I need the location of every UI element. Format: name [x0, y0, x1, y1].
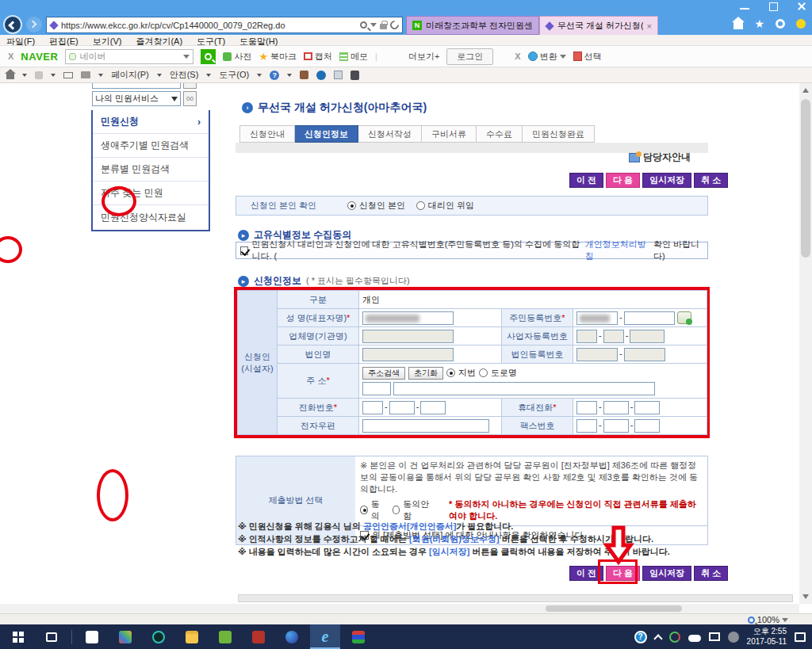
addr-reset-button[interactable]: 초기화 [408, 367, 443, 380]
zoom-control[interactable]: 100% [748, 615, 788, 624]
tab-applicant-info[interactable]: 신청인정보 [295, 125, 358, 143]
addr-search-button[interactable]: 주소검색 [362, 367, 405, 380]
refresh-icon[interactable] [389, 19, 401, 32]
corp-input[interactable] [362, 348, 454, 361]
sidebar-item-minwon-apply[interactable]: 민원신청 › [93, 110, 209, 134]
tab-form-write[interactable]: 신청서작성 [358, 125, 422, 143]
menu-edit[interactable]: 편집(E) [49, 36, 79, 45]
address-input[interactable] [393, 382, 655, 395]
tab-required-docs[interactable]: 구비서류 [422, 125, 477, 143]
manager-guide-link[interactable]: 담당자안내 [629, 151, 691, 164]
tools-menu[interactable]: 도구(O) [219, 69, 249, 81]
sidebar-item-lifecycle-search[interactable]: 생애주기별 민원검색 [93, 134, 209, 158]
fax-input-1[interactable] [576, 419, 597, 433]
action-center-icon[interactable] [795, 632, 806, 642]
mobile-input-3[interactable] [634, 401, 660, 414]
page-menu[interactable]: 페이지(P) [111, 69, 149, 81]
certificate-link[interactable]: 공인인증서[개인인증서] [363, 521, 456, 531]
addon-icon-2[interactable] [316, 71, 326, 80]
volume-muted-icon[interactable] [728, 632, 739, 643]
prev-button-bottom[interactable]: 이 전 [569, 566, 603, 581]
consent-checkbox[interactable] [240, 246, 248, 255]
naver-dictionary-item[interactable]: 사전 [223, 51, 251, 63]
taskbar-teal-app[interactable] [144, 624, 174, 649]
tab-fee[interactable]: 수수료 [477, 125, 523, 143]
taskbar-photos-app[interactable] [110, 624, 140, 649]
taskbar-store[interactable] [77, 624, 107, 649]
forward-button[interactable] [26, 17, 42, 32]
tab-apply-guide[interactable]: 신청안내 [239, 125, 295, 143]
temp-save-button-bottom[interactable]: 임시저장 [642, 566, 691, 581]
naver-select-item[interactable]: 선택 [573, 51, 602, 63]
scroll-up-icon[interactable] [802, 88, 809, 93]
feeds-caret-icon[interactable] [51, 74, 56, 77]
name-input[interactable] [362, 311, 454, 325]
print-caret-icon[interactable] [98, 74, 103, 77]
addon-icon-1[interactable] [300, 71, 308, 79]
radio-self[interactable] [347, 201, 356, 210]
temp-save-button[interactable]: 임시저장 [642, 173, 691, 188]
tray-help-icon[interactable]: ? [634, 631, 647, 643]
naver-login-button[interactable]: 로그인 [446, 48, 493, 65]
radio-disagree[interactable] [393, 506, 400, 514]
back-button[interactable] [3, 15, 22, 34]
radio-jibun[interactable] [446, 368, 455, 377]
company-input[interactable] [362, 330, 454, 343]
sidebar-go-button-cropped[interactable] [183, 83, 197, 89]
safety-menu[interactable]: 안전(S) [170, 69, 199, 81]
zipcode-input[interactable] [362, 382, 391, 395]
cancel-button-bottom[interactable]: 취 소 [694, 566, 728, 581]
naver-search-caret-icon[interactable] [183, 55, 190, 59]
feedback-smiley-icon[interactable] [796, 19, 806, 29]
tab2-close-icon[interactable]: × [647, 21, 652, 31]
horizontal-scroll-thumb[interactable] [546, 605, 682, 612]
email-input[interactable] [362, 419, 489, 433]
settings-gear-icon[interactable] [776, 19, 785, 29]
favorites-star-icon[interactable]: ★ [754, 18, 764, 29]
taskbar-color-app[interactable] [343, 624, 373, 649]
my-service-go-button[interactable]: 00 [183, 91, 197, 106]
bizno-input-2[interactable] [603, 330, 624, 343]
next-button[interactable]: 다 음 [606, 173, 640, 188]
privacy-policy-link[interactable]: 개인정보처리방침 [585, 239, 650, 262]
browser-tab-1[interactable]: N 미래창조과학부 전자민원센터... [406, 16, 539, 35]
corpno-input-1[interactable] [576, 348, 618, 361]
prev-button[interactable]: 이 전 [569, 173, 603, 188]
network-icon[interactable] [709, 632, 720, 641]
toolbar-close-button[interactable]: X [8, 52, 13, 61]
virtual-keyboard-icon[interactable] [677, 311, 691, 324]
sidebar-item-form-archive[interactable]: 민원신청양식자료실 [93, 205, 209, 229]
naver-search-input[interactable]: 네이버 [65, 49, 193, 64]
menu-tools[interactable]: 도구(T) [197, 36, 225, 45]
bizno-input-3[interactable] [630, 330, 665, 343]
taskbar-acrobat[interactable] [243, 624, 274, 649]
task-view-button[interactable] [36, 624, 67, 649]
tray-chevron-up-icon[interactable] [653, 634, 662, 643]
menu-favorites[interactable]: 즐겨찾기(A) [136, 36, 182, 45]
taskbar-file-explorer[interactable] [177, 624, 207, 649]
naver-capture-item[interactable]: 캡처 [304, 51, 332, 63]
mobile-input-2[interactable] [603, 401, 629, 414]
my-service-select[interactable]: 나의 민원서비스 [92, 91, 181, 106]
naver-bookmark-item[interactable]: ★북마크 [259, 51, 297, 63]
menu-help[interactable]: 도움말(H) [239, 36, 278, 45]
taskbar-internet-explorer[interactable]: e [310, 624, 340, 649]
browser-tab-2-active[interactable]: 무선국 개설 허가신청(아마... × [539, 16, 658, 35]
naver-convert-item[interactable]: 변환 [528, 51, 566, 63]
addon-icon-3[interactable] [334, 71, 343, 79]
phone-input-2[interactable] [389, 401, 415, 414]
sidebar-select-cropped[interactable] [92, 83, 181, 89]
read-mail-icon[interactable] [63, 72, 73, 78]
taskbar-evernote[interactable] [210, 624, 240, 649]
taskbar-globe-app[interactable] [277, 624, 307, 649]
cancel-button[interactable]: 취 소 [694, 173, 728, 188]
mobile-input-1[interactable] [576, 401, 597, 414]
zoom-caret-icon[interactable] [782, 618, 788, 622]
help-menu[interactable]: ? [270, 71, 279, 80]
corpno-input-2[interactable] [624, 348, 665, 361]
home-icon-small[interactable] [6, 74, 14, 79]
temp-save-link[interactable]: [임시저장] [429, 547, 469, 556]
sidebar-item-frequent[interactable]: 자주 찾는 민원 [93, 181, 209, 205]
tab-complete[interactable]: 민원신청완료 [523, 125, 595, 143]
naver-more-item[interactable]: 더보기+ [408, 51, 439, 63]
